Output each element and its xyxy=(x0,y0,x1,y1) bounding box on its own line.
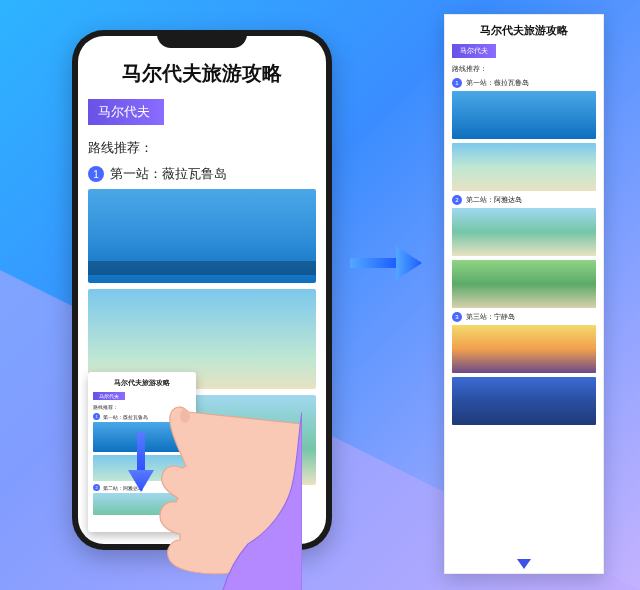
strip-stop-num: 3 xyxy=(452,312,462,322)
strip-stop-label: 第二站：阿雅达岛 xyxy=(466,195,522,205)
location-tag[interactable]: 马尔代夫 xyxy=(88,99,164,125)
svg-rect-2 xyxy=(350,258,398,268)
strip-stop-num: 1 xyxy=(452,78,462,88)
mini-title: 马尔代夫旅游攻略 xyxy=(93,378,191,388)
mini-stop-row: 1 第一站：薇拉瓦鲁岛 xyxy=(93,413,191,420)
mini-stop-num: 2 xyxy=(93,484,100,491)
mini-stop-label: 第一站：薇拉瓦鲁岛 xyxy=(103,414,148,420)
strip-photo xyxy=(452,325,596,373)
mini-photo xyxy=(93,493,191,515)
phone-frame: 马尔代夫旅游攻略 马尔代夫 路线推荐： 1 第一站：薇拉瓦鲁岛 马尔代夫旅游攻略… xyxy=(72,30,332,550)
mini-route-label: 路线推荐： xyxy=(93,404,191,410)
strip-stop-row: 1 第一站：薇拉瓦鲁岛 xyxy=(452,78,596,88)
stop-row: 1 第一站：薇拉瓦鲁岛 xyxy=(88,165,316,183)
mini-photo xyxy=(93,455,191,481)
strip-stop-label: 第一站：薇拉瓦鲁岛 xyxy=(466,78,529,88)
strip-tag: 马尔代夫 xyxy=(452,44,496,58)
mini-stop-label: 第二站：阿雅达岛 xyxy=(103,485,143,491)
strip-stop-row: 3 第三站：宁静岛 xyxy=(452,312,596,322)
mini-stop-num: 1 xyxy=(93,413,100,420)
long-screenshot-result[interactable]: 马尔代夫旅游攻略 马尔代夫 路线推荐： 1 第一站：薇拉瓦鲁岛 2 第二站：阿雅… xyxy=(444,14,604,574)
stop-number-badge: 1 xyxy=(88,166,104,182)
chevron-down-icon xyxy=(517,559,531,569)
phone-screen[interactable]: 马尔代夫旅游攻略 马尔代夫 路线推荐： 1 第一站：薇拉瓦鲁岛 马尔代夫旅游攻略… xyxy=(78,36,326,544)
long-screenshot-preview[interactable]: 马尔代夫旅游攻略 马尔代夫 路线推荐： 1 第一站：薇拉瓦鲁岛 2 第二站：阿雅… xyxy=(88,372,196,532)
mini-tag: 马尔代夫 xyxy=(93,392,125,400)
arrow-right-icon xyxy=(350,246,422,280)
strip-photo xyxy=(452,377,596,425)
strip-end-indicator xyxy=(445,555,603,573)
strip-stop-row: 2 第二站：阿雅达岛 xyxy=(452,195,596,205)
strip-photo xyxy=(452,208,596,256)
mini-photo xyxy=(93,422,191,452)
strip-route-label: 路线推荐： xyxy=(452,64,596,74)
strip-photo xyxy=(452,143,596,191)
strip-stop-label: 第三站：宁静岛 xyxy=(466,312,515,322)
phone-notch xyxy=(157,30,247,48)
photo-beach[interactable] xyxy=(88,189,316,283)
strip-photo xyxy=(452,260,596,308)
stop-label: 第一站：薇拉瓦鲁岛 xyxy=(110,165,227,183)
route-label: 路线推荐： xyxy=(88,139,316,157)
mini-stop-row: 2 第二站：阿雅达岛 xyxy=(93,484,191,491)
strip-title: 马尔代夫旅游攻略 xyxy=(452,23,596,38)
strip-photo xyxy=(452,91,596,139)
page-title: 马尔代夫旅游攻略 xyxy=(88,60,316,87)
strip-stop-num: 2 xyxy=(452,195,462,205)
